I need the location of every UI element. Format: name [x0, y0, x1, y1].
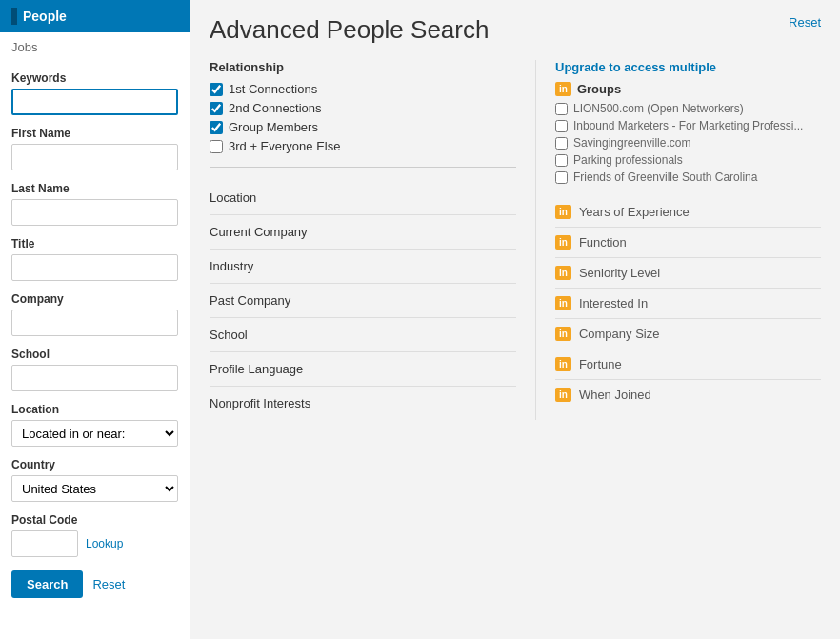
in-badge-4: in	[555, 327, 571, 341]
relationship-checkbox-2[interactable]	[210, 121, 223, 134]
field-name-location: Location	[210, 190, 256, 205]
group-item-4: Friends of Greenville South Carolina	[555, 170, 821, 184]
group-item-0: LION500.com (Open Networkers)	[555, 102, 821, 115]
people-nav-item[interactable]: People	[0, 0, 190, 32]
relationship-option-label-1: 2nd Connections	[229, 101, 322, 115]
groups-label: Groups	[577, 82, 621, 96]
group-item-label-2: Savingingreenville.com	[573, 136, 690, 150]
field-name-current-company: Current Company	[210, 225, 308, 239]
country-select[interactable]: United States	[11, 475, 178, 502]
last-name-input[interactable]	[11, 199, 178, 226]
group-items-container: LION500.com (Open Networkers)Inbound Mar…	[555, 102, 821, 184]
group-item-2: Savingingreenville.com	[555, 136, 821, 150]
title-input[interactable]	[11, 254, 178, 281]
field-row-school[interactable]: School	[210, 317, 516, 351]
premium-item-label-3: Interested In	[579, 296, 648, 310]
premium-item-function[interactable]: inFunction	[555, 227, 821, 257]
groups-header: in Groups	[555, 82, 821, 96]
relationship-checkbox-0[interactable]	[210, 83, 223, 96]
country-label: Country	[11, 458, 178, 471]
in-badge-0: in	[555, 205, 571, 219]
relationship-option-label-3: 3rd + Everyone Else	[229, 139, 340, 153]
field-row-current-company[interactable]: Current Company	[210, 214, 516, 249]
field-name-past-company: Past Company	[210, 293, 290, 308]
relationship-option-label-0: 1st Connections	[229, 82, 317, 96]
postal-code-input[interactable]	[11, 530, 78, 557]
relationship-label: Relationship	[210, 60, 516, 74]
premium-item-label-0: Years of Experience	[579, 205, 690, 219]
group-checkbox-0[interactable]	[555, 103, 568, 115]
school-input[interactable]	[11, 365, 178, 391]
premium-items-container: inYears of ExperienceinFunctioninSeniori…	[555, 197, 821, 409]
relationship-checkboxes: 1st Connections2nd ConnectionsGroup Memb…	[210, 82, 516, 153]
location-label: Location	[11, 403, 178, 416]
group-checkbox-4[interactable]	[555, 171, 568, 184]
jobs-nav-item[interactable]: Jobs	[0, 32, 190, 62]
group-item-label-4: Friends of Greenville South Carolina	[573, 170, 757, 184]
field-row-industry[interactable]: Industry	[210, 249, 516, 283]
relationship-option-0: 1st Connections	[210, 82, 516, 96]
premium-item-company-size[interactable]: inCompany Size	[555, 318, 821, 349]
people-nav-label: People	[23, 9, 67, 24]
in-badge-2: in	[555, 266, 571, 280]
group-item-label-3: Parking professionals	[573, 153, 683, 167]
location-select[interactable]: Located in or near:	[11, 420, 178, 447]
school-label: School	[11, 348, 178, 361]
upgrade-link[interactable]: Upgrade to access multiple	[555, 60, 821, 74]
title-label: Title	[11, 237, 178, 250]
in-badge-groups: in	[555, 82, 571, 96]
reset-link-sidebar[interactable]: Reset	[92, 577, 125, 591]
group-item-label-1: Inbound Marketers - For Marketing Profes…	[573, 119, 803, 132]
group-item-1: Inbound Marketers - For Marketing Profes…	[555, 119, 821, 132]
people-nav-icon	[11, 8, 17, 25]
group-checkbox-2[interactable]	[555, 137, 568, 150]
field-row-profile-language[interactable]: Profile Language	[210, 351, 516, 386]
page-title: Advanced People Search	[210, 15, 489, 45]
relationship-option-label-2: Group Members	[229, 120, 318, 134]
premium-item-label-5: Fortune	[579, 357, 622, 371]
postal-code-label: Postal Code	[11, 513, 178, 527]
premium-item-years-of-experience[interactable]: inYears of Experience	[555, 197, 821, 227]
reset-link-main[interactable]: Reset	[789, 15, 821, 30]
lookup-link[interactable]: Lookup	[86, 537, 123, 550]
first-name-input[interactable]	[11, 144, 178, 170]
field-row-location[interactable]: Location	[210, 181, 516, 214]
field-row-past-company[interactable]: Past Company	[210, 283, 516, 317]
field-name-profile-language: Profile Language	[210, 362, 303, 376]
premium-item-interested-in[interactable]: inInterested In	[555, 288, 821, 318]
group-checkbox-3[interactable]	[555, 154, 568, 167]
in-badge-5: in	[555, 357, 571, 371]
field-row-nonprofit-interests[interactable]: Nonprofit Interests	[210, 386, 516, 420]
last-name-label: Last Name	[11, 182, 178, 195]
relationship-option-1: 2nd Connections	[210, 101, 516, 115]
premium-item-label-1: Function	[579, 235, 627, 250]
premium-item-when-joined[interactable]: inWhen Joined	[555, 379, 821, 409]
field-name-school: School	[210, 328, 248, 342]
group-item-label-0: LION500.com (Open Networkers)	[573, 102, 744, 115]
relationship-checkbox-1[interactable]	[210, 102, 223, 115]
first-name-label: First Name	[11, 127, 178, 140]
premium-item-label-4: Company Size	[579, 327, 660, 341]
relationship-option-2: Group Members	[210, 120, 516, 134]
relationship-checkbox-3[interactable]	[210, 140, 223, 153]
company-input[interactable]	[11, 310, 178, 336]
premium-item-label-6: When Joined	[579, 388, 651, 402]
premium-item-seniority-level[interactable]: inSeniority Level	[555, 257, 821, 288]
premium-item-label-2: Seniority Level	[579, 266, 660, 280]
keywords-input[interactable]	[11, 89, 178, 115]
jobs-nav-label: Jobs	[11, 40, 37, 54]
premium-item-fortune[interactable]: inFortune	[555, 349, 821, 379]
in-badge-6: in	[555, 388, 571, 402]
group-item-3: Parking professionals	[555, 153, 821, 167]
field-name-industry: Industry	[210, 259, 253, 273]
in-badge-3: in	[555, 296, 571, 310]
field-name-nonprofit-interests: Nonprofit Interests	[210, 396, 310, 410]
group-checkbox-1[interactable]	[555, 120, 568, 132]
search-button[interactable]: Search	[11, 570, 83, 598]
keywords-label: Keywords	[11, 71, 178, 85]
relationship-option-3: 3rd + Everyone Else	[210, 139, 516, 153]
company-label: Company	[11, 292, 178, 306]
in-badge-1: in	[555, 235, 571, 250]
left-fields: LocationCurrent CompanyIndustryPast Comp…	[210, 181, 516, 420]
